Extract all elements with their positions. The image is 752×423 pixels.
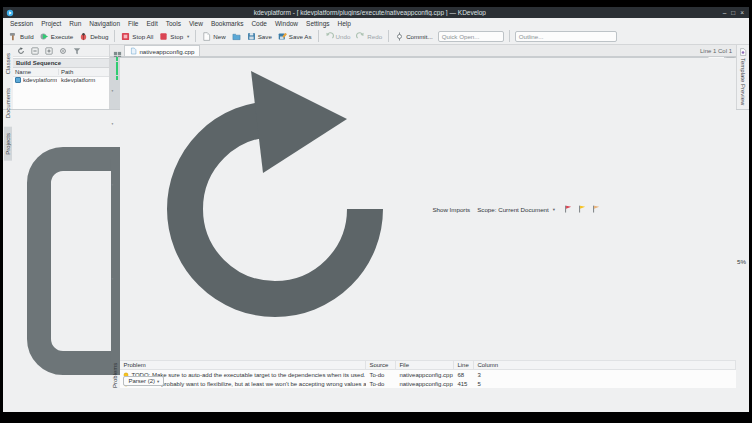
reload-icon[interactable] — [123, 58, 427, 360]
redo-icon — [356, 32, 365, 41]
menu-navigation[interactable]: Navigation — [85, 20, 124, 27]
editor-area: nativeappconfig.cpp Line 1 Col 1 ▾▾▾▾ QL… — [110, 45, 736, 109]
build-seq-column-name[interactable]: Name — [13, 69, 59, 75]
app-icon — [6, 9, 14, 17]
menu-window[interactable]: Window — [271, 20, 302, 27]
debug-icon — [79, 32, 88, 41]
column-header-line[interactable]: Line — [454, 361, 474, 369]
problems-rows: TODO: Make sure to auto-add the executab… — [120, 370, 736, 388]
save-as-button[interactable]: Save As — [275, 31, 315, 42]
errors-filter-button[interactable] — [562, 204, 574, 214]
toolbar-separator — [318, 30, 319, 42]
doc-switcher-icon[interactable] — [113, 46, 122, 55]
dock-tab-template-preview[interactable]: Template Preview — [739, 45, 747, 108]
problem-text: TODO: we probably want to flexibilize, b… — [131, 381, 366, 387]
collapse-all-button[interactable] — [29, 46, 41, 56]
column-header-column[interactable]: Column — [474, 361, 736, 369]
chevron-down-icon: ▾ — [187, 34, 189, 39]
stop-all-icon — [121, 32, 130, 41]
maximize-button[interactable]: □ — [731, 9, 735, 16]
problems-main: Show Imports Scope: Current Document ▾ P… — [120, 58, 736, 388]
menu-run[interactable]: Run — [65, 20, 85, 27]
stop-all-button[interactable]: Stop All — [118, 31, 156, 42]
problem-text: TODO: Make sure to auto-add the executab… — [131, 372, 365, 378]
run-icon — [40, 32, 49, 41]
filter-button[interactable] — [71, 46, 83, 56]
save-as-icon — [278, 32, 287, 41]
minimize-button[interactable]: – — [723, 9, 727, 16]
menu-view[interactable]: View — [185, 20, 207, 27]
problem-source: To-do — [366, 372, 396, 378]
build-seq-column-path[interactable]: Path — [59, 69, 109, 75]
problem-row[interactable]: TODO: we probably want to flexibilize, b… — [120, 379, 736, 388]
column-header-source[interactable]: Source — [366, 361, 396, 369]
menu-file[interactable]: File — [124, 20, 142, 27]
menubar: SessionProjectRunNavigationFileEditTools… — [3, 18, 749, 28]
window-title: kdevplatform - [ kdevplatform/plugins/ex… — [17, 9, 723, 16]
right-dock-strip: Template PreviewDocumentation — [736, 45, 749, 109]
error-flag-icon — [564, 205, 572, 213]
parser-dropdown[interactable]: Parser (2) ▾ — [123, 376, 164, 386]
commit-icon — [395, 32, 404, 41]
problem-row[interactable]: TODO: Make sure to auto-add the executab… — [120, 370, 736, 379]
folder-icon — [15, 77, 21, 83]
outline-field[interactable]: Outline... — [515, 31, 617, 42]
menu-bookmarks[interactable]: Bookmarks — [207, 20, 248, 27]
close-button[interactable]: × — [740, 9, 744, 16]
scope-dropdown-label: Scope: Current Document — [477, 206, 549, 213]
hint-flag-icon — [592, 205, 600, 213]
dock-tab-classes[interactable]: Classes — [4, 47, 12, 80]
warnings-filter-button[interactable] — [576, 204, 588, 214]
menu-code[interactable]: Code — [247, 20, 271, 27]
column-header-file[interactable]: File — [396, 361, 454, 369]
menu-session[interactable]: Session — [6, 20, 37, 27]
show-imports-toggle[interactable]: Show Imports — [430, 205, 472, 214]
new-button[interactable]: New — [199, 31, 228, 42]
menu-help[interactable]: Help — [334, 20, 355, 27]
expand-all-button[interactable] — [43, 46, 55, 56]
main-toolbar: BuildExecuteDebugStop AllStop▾NewSaveSav… — [3, 28, 749, 45]
quick-open-field[interactable]: Quick Open... — [438, 31, 504, 42]
dock-tab-projects[interactable]: Projects — [4, 127, 12, 161]
expand-all-icon — [45, 47, 53, 55]
debug-button[interactable]: Debug — [76, 31, 111, 42]
dock-tab-documents[interactable]: Documents — [4, 82, 12, 124]
menu-edit[interactable]: Edit — [143, 20, 162, 27]
parse-progress-label: 5% — [737, 258, 746, 265]
redo-button[interactable]: Redo — [353, 31, 385, 42]
locate-document-button[interactable] — [57, 46, 69, 56]
menu-settings[interactable]: Settings — [302, 20, 334, 27]
menu-project[interactable]: Project — [37, 20, 65, 27]
problem-column: 3 — [474, 372, 736, 378]
build-sequence-columns: NamePath — [13, 68, 109, 77]
build-sequence-header: Build Sequence — [13, 58, 109, 68]
problem-line: 415 — [454, 381, 474, 387]
column-header-problem[interactable]: Problem — [120, 361, 366, 369]
execute-button[interactable]: Execute — [37, 31, 76, 42]
stop-button[interactable]: Stop▾ — [156, 31, 192, 42]
reload-icon — [17, 47, 25, 55]
problem-source: To-do — [366, 381, 396, 387]
problem-column: 5 — [474, 381, 736, 387]
projects-toolbar — [13, 45, 109, 57]
undo-icon — [325, 32, 334, 41]
open-button[interactable] — [229, 31, 244, 42]
hints-filter-button[interactable] — [590, 204, 602, 214]
modified-line-marker — [116, 57, 118, 61]
commit-button[interactable]: Commit... — [392, 31, 435, 42]
problems-panel: Problems Show Imports Scope: Current Doc… — [110, 57, 736, 388]
scope-dropdown[interactable]: Scope: Current Document ▾ — [475, 205, 557, 214]
undo-button[interactable]: Undo — [322, 31, 354, 42]
tab-label: nativeappconfig.cpp — [139, 48, 194, 55]
build-button[interactable]: Build — [6, 31, 37, 42]
titlebar: kdevplatform - [ kdevplatform/plugins/ex… — [3, 7, 749, 18]
hammer-icon — [9, 32, 18, 41]
problems-toolbar: Show Imports Scope: Current Document ▾ — [120, 58, 736, 361]
reload-button[interactable] — [15, 46, 27, 56]
menu-tools[interactable]: Tools — [162, 20, 185, 27]
problem-file: nativeappconfig.cpp — [396, 372, 454, 378]
kdevelop-window: kdevplatform - [ kdevplatform/plugins/ex… — [3, 7, 749, 412]
save-button[interactable]: Save — [244, 31, 275, 42]
tab-nativeappconfig-cpp[interactable]: nativeappconfig.cpp — [124, 45, 200, 56]
main-content: ClassesDocumentsProjects ▸bazaar▸classbr… — [3, 45, 749, 109]
